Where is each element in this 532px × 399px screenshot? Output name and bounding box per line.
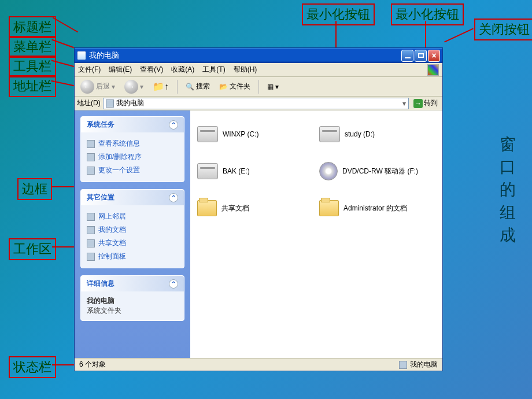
annot-close: 关闭按钮 <box>474 19 532 40</box>
views-button[interactable]: ▦ ▾ <box>264 82 282 92</box>
title-bar[interactable]: 我的电脑 × <box>75 48 442 63</box>
other-places-title: 其它位置 <box>87 193 114 202</box>
tool-bar: ← 后退 ▾ → ▾ 📁↑ 🔍 搜索 📂 文件夹 ▦ ▾ <box>75 77 442 97</box>
toolbar-separator <box>177 80 178 94</box>
maximize-button[interactable] <box>415 50 427 62</box>
menu-file[interactable]: 文件(F) <box>78 65 101 75</box>
system-tasks-title: 系统任务 <box>87 120 114 130</box>
other-places-panel: 其它位置 ⌃ 网上邻居 我的文档 共享文档 控制面板 <box>80 189 184 268</box>
slide-side-title: 窗口的组成 <box>500 133 516 246</box>
status-left: 6 个对象 <box>79 360 106 370</box>
chevron-up-icon[interactable]: ⌃ <box>169 120 178 130</box>
back-label: 后退 <box>96 82 110 91</box>
folder-icon <box>197 200 217 216</box>
chevron-up-icon[interactable]: ⌃ <box>169 279 178 289</box>
settings-icon <box>87 167 95 175</box>
task-add-remove-programs[interactable]: 添加/删除程序 <box>87 150 178 164</box>
folders-button[interactable]: 📂 文件夹 <box>216 80 254 93</box>
status-right: 我的电脑 <box>399 360 438 370</box>
folder-admin[interactable]: Administrator 的文档 <box>319 191 435 225</box>
details-header[interactable]: 详细信息 ⌃ <box>81 276 184 291</box>
programs-icon <box>87 153 95 161</box>
system-tasks-header[interactable]: 系统任务 ⌃ <box>81 117 184 132</box>
annot-minimize: 最小化按钮 <box>302 3 375 25</box>
annot-addressbar: 地址栏 <box>9 75 56 97</box>
cd-icon <box>319 162 338 180</box>
annot-workarea: 工作区 <box>9 238 56 260</box>
network-icon <box>87 213 95 221</box>
window-title: 我的电脑 <box>89 50 400 61</box>
go-arrow-icon: → <box>413 99 423 108</box>
status-bar: 6 个对象 我的电脑 <box>75 358 442 371</box>
dropdown-icon[interactable]: ▾ <box>402 99 406 108</box>
place-shared-documents[interactable]: 共享文档 <box>87 237 178 250</box>
search-icon: 🔍 <box>186 83 194 91</box>
annot-titlebar: 标题栏 <box>9 16 56 38</box>
tasks-sidebar: 系统任务 ⌃ 查看系统信息 添加/删除程序 更改一个设置 其它位置 ⌃ 网上邻居… <box>75 110 190 358</box>
go-button[interactable]: → 转到 <box>411 98 440 108</box>
chevron-up-icon[interactable]: ⌃ <box>169 193 178 202</box>
other-places-header[interactable]: 其它位置 ⌃ <box>81 190 184 205</box>
windows-logo-icon <box>427 64 439 76</box>
forward-arrow-icon: → <box>124 80 138 94</box>
drive-icon <box>319 126 340 142</box>
details-title: 详细信息 <box>87 279 114 289</box>
back-arrow-icon: ← <box>80 80 94 94</box>
folder-up-icon: 📁↑ <box>153 81 169 92</box>
drive-e[interactable]: BAK (E:) <box>197 154 313 188</box>
annot-maximize: 最小化按钮 <box>391 3 464 25</box>
shared-icon <box>87 239 95 247</box>
back-button[interactable]: ← 后退 ▾ <box>77 79 119 95</box>
place-network[interactable]: 网上邻居 <box>87 210 178 223</box>
folder-shared[interactable]: 共享文档 <box>197 191 313 225</box>
window-body: 系统任务 ⌃ 查看系统信息 添加/删除程序 更改一个设置 其它位置 ⌃ 网上邻居… <box>75 110 442 358</box>
folder-icon <box>319 200 339 216</box>
task-change-setting[interactable]: 更改一个设置 <box>87 164 178 177</box>
window-icon <box>77 51 86 60</box>
up-button[interactable]: 📁↑ <box>149 80 172 93</box>
info-icon <box>87 140 95 148</box>
documents-icon <box>87 226 95 234</box>
minimize-button[interactable] <box>401 50 413 62</box>
computer-icon <box>399 361 407 369</box>
system-tasks-panel: 系统任务 ⌃ 查看系统信息 添加/删除程序 更改一个设置 <box>80 116 184 182</box>
drive-c[interactable]: WINXP (C:) <box>197 117 313 151</box>
drive-icon <box>197 126 218 142</box>
annot-border: 边框 <box>17 178 52 200</box>
place-my-documents[interactable]: 我的文档 <box>87 223 178 237</box>
forward-button[interactable]: → ▾ <box>121 79 147 95</box>
details-name: 我的电脑 <box>87 296 178 306</box>
search-button[interactable]: 🔍 搜索 <box>182 80 213 93</box>
details-type: 系统文件夹 <box>87 306 121 315</box>
folders-label: 文件夹 <box>230 82 250 91</box>
search-label: 搜索 <box>196 82 210 91</box>
address-value: 我的电脑 <box>116 98 144 108</box>
address-bar: 地址(D) 我的电脑 ▾ → 转到 <box>75 97 442 110</box>
drive-d[interactable]: study (D:) <box>319 117 435 151</box>
menu-favorites[interactable]: 收藏(A) <box>171 65 194 75</box>
address-label: 地址(D) <box>77 98 101 108</box>
content-area[interactable]: WINXP (C:) study (D:) BAK (E:) DVD/CD-RW… <box>190 110 442 358</box>
place-control-panel[interactable]: 控制面板 <box>87 250 178 263</box>
control-panel-icon <box>87 253 95 261</box>
go-label: 转到 <box>424 98 438 108</box>
views-icon: ▦ <box>267 83 274 91</box>
task-view-system-info[interactable]: 查看系统信息 <box>87 137 178 150</box>
annot-statusbar: 状态栏 <box>9 356 56 378</box>
menu-edit[interactable]: 编辑(E) <box>109 65 132 75</box>
menu-view[interactable]: 查看(V) <box>140 65 163 75</box>
details-panel: 详细信息 ⌃ 我的电脑 系统文件夹 <box>80 275 184 321</box>
annot-menubar: 菜单栏 <box>9 36 56 58</box>
toolbar-separator <box>258 80 259 94</box>
folders-icon: 📂 <box>219 83 228 91</box>
menu-help[interactable]: 帮助(H) <box>234 65 257 75</box>
address-input[interactable]: 我的电脑 ▾ <box>103 98 409 109</box>
computer-icon <box>106 99 114 108</box>
drive-icon <box>197 163 218 179</box>
explorer-window: 我的电脑 × 文件(F) 编辑(E) 查看(V) 收藏(A) 工具(T) 帮助(… <box>74 47 443 371</box>
annot-toolbar: 工具栏 <box>9 56 56 77</box>
menu-bar: 文件(F) 编辑(E) 查看(V) 收藏(A) 工具(T) 帮助(H) <box>75 63 442 77</box>
close-button[interactable]: × <box>428 50 440 62</box>
menu-tools[interactable]: 工具(T) <box>202 65 225 75</box>
drive-f-dvd[interactable]: DVD/CD-RW 驱动器 (F:) <box>319 154 435 188</box>
